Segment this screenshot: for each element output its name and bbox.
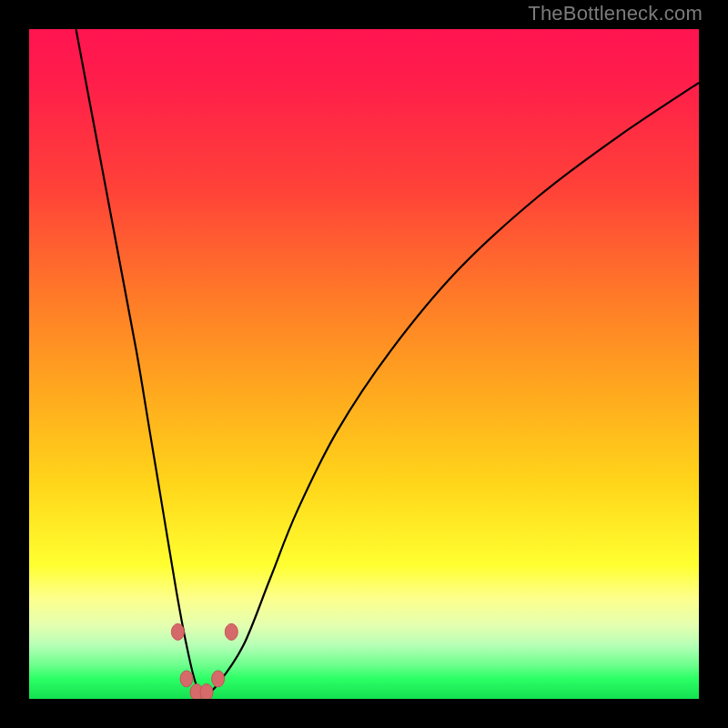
curve-layer — [29, 29, 699, 699]
trough-marker — [225, 623, 238, 640]
bottleneck-curve — [76, 29, 700, 693]
trough-marker — [212, 671, 225, 687]
plot-area — [29, 29, 699, 699]
trough-marker — [180, 671, 193, 687]
trough-marker — [171, 623, 184, 640]
trough-marker — [200, 684, 213, 699]
trough-markers — [171, 623, 238, 699]
outer-frame: TheBottleneck.com — [0, 0, 728, 728]
watermark-text: TheBottleneck.com — [528, 2, 703, 25]
